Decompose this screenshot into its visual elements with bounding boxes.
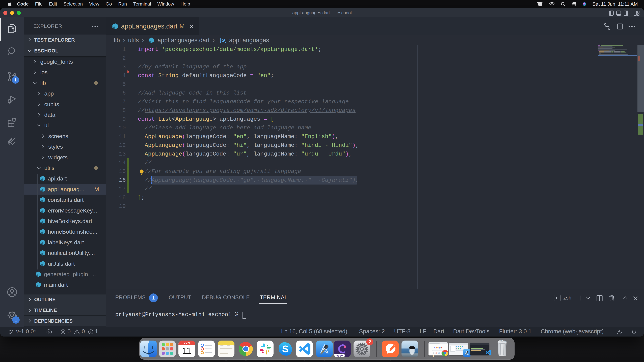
svg-text:S: S [282,344,289,354]
